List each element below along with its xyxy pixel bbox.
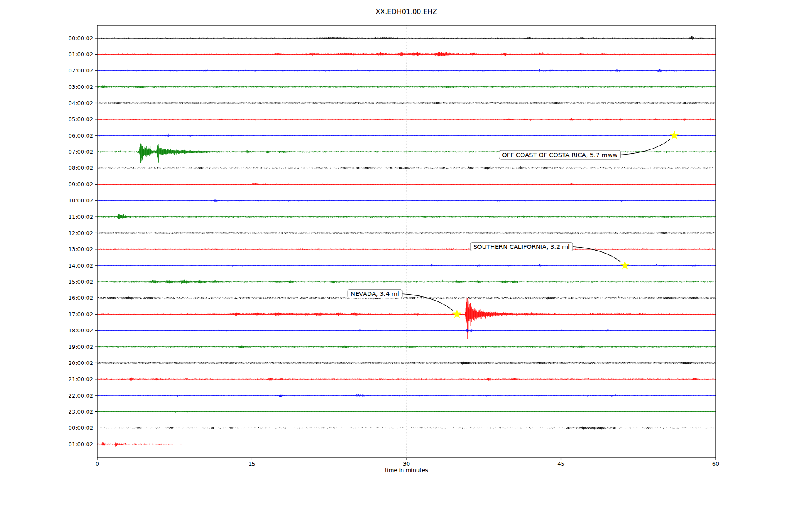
y-tick-label: 00:00:02 — [69, 35, 93, 41]
trace-row-20 — [97, 362, 716, 365]
x-tick-label: 60 — [712, 461, 719, 467]
event-star-icon — [620, 261, 630, 270]
trace-row-1 — [97, 52, 716, 56]
y-tick-label: 10:00:02 — [69, 197, 93, 204]
y-tick-label: 21:00:02 — [69, 376, 93, 382]
y-tick-label: 03:00:02 — [69, 84, 93, 90]
trace-row-9 — [97, 183, 716, 186]
y-tick-label: 07:00:02 — [69, 149, 93, 155]
y-tick-label: 01:00:02 — [69, 51, 93, 58]
x-tick-label: 15 — [248, 461, 255, 467]
y-tick-label: 14:00:02 — [69, 262, 93, 269]
y-tick-label: 12:00:02 — [69, 230, 93, 236]
trace-row-10 — [97, 199, 716, 202]
x-tick-label: 0 — [96, 461, 99, 467]
y-tick-label: 13:00:02 — [69, 246, 93, 252]
y-tick-label: 08:00:02 — [69, 165, 93, 171]
trace-row-6 — [97, 134, 716, 137]
y-tick-label: 00:00:02 — [69, 425, 93, 431]
y-tick-label: 20:00:02 — [69, 360, 93, 366]
y-tick-label: 01:00:02 — [69, 441, 93, 447]
y-tick-label: 16:00:02 — [69, 295, 93, 301]
event-annotations: OFF COAST OF COSTA RICA, 5.7 mwwSOUTHERN… — [348, 131, 679, 318]
plot-title: XX.EDH01.00.EHZ — [376, 8, 437, 16]
trace-row-21 — [97, 378, 716, 381]
y-tick-label: 09:00:02 — [69, 181, 93, 188]
y-tick-label: 15:00:02 — [69, 279, 93, 285]
trace-row-13 — [97, 248, 716, 250]
annotation-label: NEVADA, 3.4 ml — [351, 290, 399, 297]
annotation-label: SOUTHERN CALIFORNIA, 3.2 ml — [473, 243, 570, 250]
trace-row-4 — [97, 102, 716, 104]
y-axis: 00:00:0201:00:0202:00:0203:00:0204:00:02… — [69, 35, 97, 447]
annotation-label: OFF COAST OF COSTA RICA, 5.7 mww — [502, 152, 617, 158]
event-annotation: OFF COAST OF COSTA RICA, 5.7 mww — [499, 131, 679, 159]
seismogram-figure: XX.EDH01.00.EHZ 00:00:0201:00:0202:00:02… — [0, 0, 812, 508]
y-tick-label: 06:00:02 — [69, 133, 93, 139]
y-tick-label: 02:00:02 — [69, 67, 93, 74]
trace-row-25 — [97, 442, 199, 447]
y-tick-label: 17:00:02 — [69, 311, 93, 318]
event-star-icon — [670, 131, 679, 140]
trace-row-12 — [97, 232, 716, 234]
annotation-arrow — [621, 139, 670, 155]
y-tick-label: 11:00:02 — [69, 214, 93, 220]
y-tick-label: 22:00:02 — [69, 392, 93, 399]
y-tick-label: 18:00:02 — [69, 327, 93, 334]
y-tick-label: 05:00:02 — [69, 116, 93, 122]
y-tick-label: 19:00:02 — [69, 344, 93, 350]
trace-row-19 — [97, 346, 716, 348]
event-star-icon — [453, 309, 462, 318]
annotation-arrow — [402, 294, 453, 311]
x-axis-label: time in minutes — [385, 467, 428, 473]
y-tick-label: 23:00:02 — [69, 409, 93, 415]
x-axis: 015304560 — [96, 458, 719, 467]
gridlines — [252, 25, 561, 458]
plot-canvas: XX.EDH01.00.EHZ 00:00:0201:00:0202:00:02… — [0, 0, 812, 508]
x-tick-label: 45 — [557, 461, 565, 467]
trace-row-8 — [97, 166, 716, 169]
y-tick-label: 04:00:02 — [69, 100, 93, 106]
x-tick-label: 30 — [403, 461, 410, 467]
